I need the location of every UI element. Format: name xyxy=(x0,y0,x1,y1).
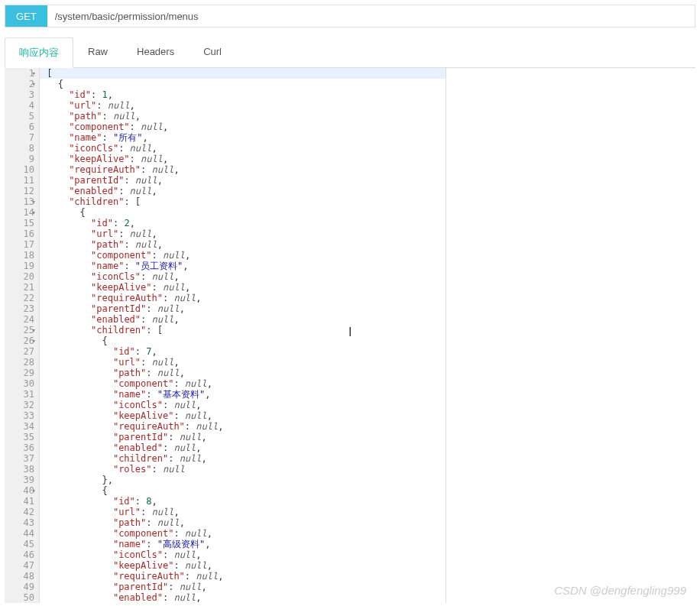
line-number: 40▾ xyxy=(8,485,34,496)
code-line[interactable]: "requireAuth": null, xyxy=(40,164,446,175)
line-number: 17 xyxy=(8,239,34,250)
code-line[interactable]: "id": 7, xyxy=(40,346,446,357)
code-line[interactable]: "requireAuth": null, xyxy=(40,293,446,303)
line-number: 5 xyxy=(8,111,34,122)
line-number: 2▾ xyxy=(8,79,34,89)
code-line[interactable]: "roles": null xyxy=(40,464,446,475)
tab-raw[interactable]: Raw xyxy=(73,37,122,68)
line-number: 24 xyxy=(8,314,34,325)
code-line[interactable]: [ xyxy=(40,68,446,79)
code-line[interactable]: "enabled": null, xyxy=(40,592,446,603)
line-number: 25▾ xyxy=(8,325,34,335)
fold-marker-icon[interactable]: ▾ xyxy=(32,79,36,89)
code-line[interactable]: "id": 8, xyxy=(40,496,446,507)
code-line[interactable]: "name": "高级资料", xyxy=(40,539,446,549)
code-line[interactable]: "iconCls": null, xyxy=(40,271,446,282)
code-line[interactable]: "enabled": null, xyxy=(40,442,446,453)
line-number: 35 xyxy=(8,432,34,442)
fold-marker-icon[interactable]: ▾ xyxy=(32,335,36,346)
code-line[interactable]: "url": null, xyxy=(40,228,446,239)
code-line[interactable]: { xyxy=(40,79,446,89)
code-line[interactable]: "children": [ xyxy=(40,196,446,207)
line-number: 20 xyxy=(8,271,34,282)
code-line[interactable]: "keepAlive": null, xyxy=(40,410,446,421)
code-line[interactable]: "parentId": null, xyxy=(40,432,446,442)
code-line[interactable]: "parentId": null, xyxy=(40,582,446,592)
code-line[interactable]: "enabled": null, xyxy=(40,186,446,196)
code-line[interactable]: "name": "员工资料", xyxy=(40,261,446,271)
line-number: 28 xyxy=(8,357,34,368)
code-line[interactable]: "children": null, xyxy=(40,453,446,464)
http-method-badge[interactable]: GET xyxy=(5,5,47,27)
code-line[interactable]: "url": null, xyxy=(40,100,446,111)
line-number: 13▾ xyxy=(8,196,34,207)
line-number: 18 xyxy=(8,250,34,261)
code-line[interactable]: "name": "基本资料", xyxy=(40,389,446,400)
code-line[interactable]: "url": null, xyxy=(40,507,446,517)
line-number: 29 xyxy=(8,368,34,378)
line-number: 41 xyxy=(8,496,34,507)
fold-marker-icon[interactable]: ▾ xyxy=(32,207,36,218)
line-number: 47 xyxy=(8,560,34,571)
text-cursor-icon: I xyxy=(348,326,349,338)
line-number: 7 xyxy=(8,132,34,143)
code-line[interactable]: "keepAlive": null, xyxy=(40,560,446,571)
line-number: 16 xyxy=(8,228,34,239)
line-number: 11 xyxy=(8,175,34,186)
line-number: 45 xyxy=(8,539,34,549)
tab-headers[interactable]: Headers xyxy=(122,37,189,68)
code-line[interactable]: { xyxy=(40,207,446,218)
code-line[interactable]: "path": null, xyxy=(40,368,446,378)
tab-curl[interactable]: Curl xyxy=(189,37,236,68)
code-line[interactable]: "path": null, xyxy=(40,239,446,250)
line-number: 42 xyxy=(8,507,34,517)
line-number: 34 xyxy=(8,421,34,432)
code-line[interactable]: "keepAlive": null, xyxy=(40,282,446,293)
code-line[interactable]: "iconCls": null, xyxy=(40,549,446,560)
code-line[interactable]: "path": null, xyxy=(40,111,446,122)
line-number: 43 xyxy=(8,517,34,528)
line-number: 15 xyxy=(8,218,34,228)
line-number: 36 xyxy=(8,442,34,453)
code-line[interactable]: "iconCls": null, xyxy=(40,143,446,154)
fold-marker-icon[interactable]: ▾ xyxy=(32,68,36,79)
line-number: 1▾ xyxy=(8,68,34,79)
response-tabs: 响应内容RawHeadersCurl xyxy=(5,37,695,68)
fold-marker-icon[interactable]: ▾ xyxy=(32,485,36,496)
fold-marker-icon[interactable]: ▾ xyxy=(32,325,36,335)
code-line[interactable]: "id": 2, xyxy=(40,218,446,228)
code-line[interactable]: "parentId": null, xyxy=(40,303,446,314)
line-number: 12 xyxy=(8,186,34,196)
tab-响应内容[interactable]: 响应内容 xyxy=(5,37,73,68)
code-line[interactable]: { xyxy=(40,485,446,496)
code-line[interactable]: "component": null, xyxy=(40,378,446,389)
fold-marker-icon[interactable]: ▾ xyxy=(32,196,36,207)
code-line[interactable]: "component": null, xyxy=(40,250,446,261)
request-url[interactable]: /system/basic/permission/menus xyxy=(47,11,199,22)
code-line[interactable]: "path": null, xyxy=(40,517,446,528)
line-number: 31 xyxy=(8,389,34,400)
code-line[interactable]: { xyxy=(40,335,446,346)
line-number: 22 xyxy=(8,293,34,303)
code-line[interactable]: "component": null, xyxy=(40,122,446,132)
code-line[interactable]: "iconCls": null, xyxy=(40,400,446,410)
code-line[interactable]: "requireAuth": null, xyxy=(40,571,446,582)
code-line[interactable]: "url": null, xyxy=(40,357,446,368)
code-line[interactable]: "children": [ xyxy=(40,325,446,335)
code-line[interactable]: "keepAlive": null, xyxy=(40,154,446,164)
code-content[interactable]: [ { "id": 1, "url": null, "path": null, … xyxy=(40,68,446,603)
line-number: 8 xyxy=(8,143,34,154)
line-number: 38 xyxy=(8,464,34,475)
code-line[interactable]: "name": "所有", xyxy=(40,132,446,143)
line-number: 10 xyxy=(8,164,34,175)
line-number: 37 xyxy=(8,453,34,464)
code-line[interactable]: }, xyxy=(40,475,446,485)
line-gutter: 1▾2▾345678910111213▾14▾15161718192021222… xyxy=(5,68,40,603)
line-number: 3 xyxy=(8,89,34,100)
code-line[interactable]: "component": null, xyxy=(40,528,446,539)
code-line[interactable]: "parentId": null, xyxy=(40,175,446,186)
code-line[interactable]: "requireAuth": null, xyxy=(40,421,446,432)
code-line[interactable]: "enabled": null, xyxy=(40,314,446,325)
code-line[interactable]: "id": 1, xyxy=(40,89,446,100)
line-number: 39 xyxy=(8,475,34,485)
